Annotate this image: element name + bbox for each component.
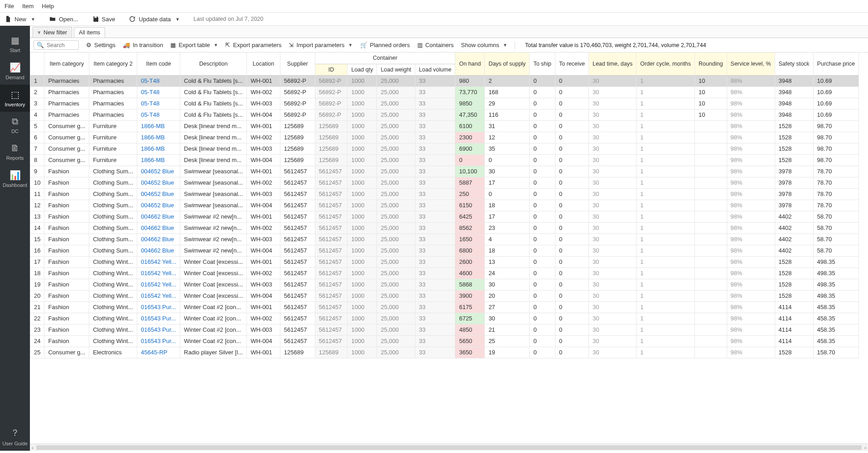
cell-service-level[interactable]: 98% xyxy=(727,75,775,86)
cell-days-supply[interactable]: 35 xyxy=(485,143,530,154)
menu-file[interactable]: File xyxy=(5,3,14,10)
cell-on-hand[interactable]: 0 xyxy=(455,154,485,166)
cell-service-level[interactable]: 98% xyxy=(727,290,775,301)
planned-orders-button[interactable]: 🛒 Planned orders xyxy=(360,42,410,48)
sidebar-item-reports[interactable]: 🗎 Reports xyxy=(0,138,30,165)
cell-item-category[interactable]: Consumer g... xyxy=(44,120,89,132)
cell-on-hand[interactable]: 2300 xyxy=(455,132,485,143)
cell-on-hand[interactable]: 6900 xyxy=(455,143,485,154)
show-columns-button[interactable]: Show columns ▼ xyxy=(461,42,507,48)
cell-item-category-2[interactable]: Clothing Wint... xyxy=(89,290,137,301)
cell-to-receive[interactable]: 0 xyxy=(555,200,588,211)
cell-days-supply[interactable]: 31 xyxy=(485,120,530,132)
cell-service-level[interactable]: 98% xyxy=(727,347,775,358)
cell-order-cycle[interactable]: 1 xyxy=(637,234,695,245)
cell-lead-time[interactable]: 30 xyxy=(588,132,636,143)
cell-item-code[interactable]: 05-T48 xyxy=(137,109,180,120)
cell-to-receive[interactable]: 0 xyxy=(555,166,588,177)
cell-safety-stock[interactable]: 3948 xyxy=(775,75,813,86)
cell-to-receive[interactable]: 0 xyxy=(555,120,588,132)
cell-load-qty[interactable]: 1000 xyxy=(347,188,377,200)
cell-to-ship[interactable]: 0 xyxy=(530,166,555,177)
cell-on-hand[interactable]: 3650 xyxy=(455,347,485,358)
cell-safety-stock[interactable]: 4402 xyxy=(775,245,813,256)
cell-load-volume[interactable]: 33 xyxy=(415,245,455,256)
cell-rounding[interactable]: 10 xyxy=(695,75,727,86)
cell-days-supply[interactable]: 25 xyxy=(485,335,530,347)
col-safety-stock[interactable]: Safety stock xyxy=(775,52,813,75)
cell-to-ship[interactable]: 0 xyxy=(530,234,555,245)
cell-to-receive[interactable]: 0 xyxy=(555,234,588,245)
cell-load-volume[interactable]: 33 xyxy=(415,98,455,109)
cell-item-category[interactable]: Fashion xyxy=(44,177,89,188)
cell-item-code[interactable]: 016543 Pur... xyxy=(137,324,180,335)
cell-load-volume[interactable]: 33 xyxy=(415,222,455,234)
table-row[interactable]: 16FashionClothing Sum...004662 BlueSwimw… xyxy=(30,245,859,256)
cell-rounding[interactable] xyxy=(695,166,727,177)
cell-item-category[interactable]: Fashion xyxy=(44,245,89,256)
cell-service-level[interactable]: 98% xyxy=(727,256,775,267)
table-row[interactable]: 25Consumer g...Electronics45645-RPRadio … xyxy=(30,347,859,358)
cell-container-id[interactable]: 5612457 xyxy=(315,324,347,335)
cell-load-volume[interactable]: 33 xyxy=(415,290,455,301)
cell-container-id[interactable]: 5612457 xyxy=(315,245,347,256)
cell-order-cycle[interactable]: 1 xyxy=(637,279,695,290)
cell-description[interactable]: Winter Coat #2 [con... xyxy=(180,324,247,335)
cell-to-receive[interactable]: 0 xyxy=(555,313,588,324)
row-number[interactable]: 13 xyxy=(30,211,44,222)
cell-to-ship[interactable]: 0 xyxy=(530,301,555,313)
cell-rounding[interactable]: 10 xyxy=(695,98,727,109)
cell-order-cycle[interactable]: 1 xyxy=(637,245,695,256)
cell-load-volume[interactable]: 33 xyxy=(415,143,455,154)
cell-rounding[interactable] xyxy=(695,143,727,154)
cell-description[interactable]: Winter Coat [excessi... xyxy=(180,267,247,279)
cell-lead-time[interactable]: 30 xyxy=(588,245,636,256)
cell-description[interactable]: Winter Coat [excessi... xyxy=(180,279,247,290)
cell-container-id[interactable]: 5612457 xyxy=(315,211,347,222)
cell-item-code[interactable]: 004652 Blue xyxy=(137,166,180,177)
cell-item-category-2[interactable]: Clothing Sum... xyxy=(89,200,137,211)
cell-service-level[interactable]: 98% xyxy=(727,324,775,335)
cell-load-qty[interactable]: 1000 xyxy=(347,200,377,211)
export-parameters-button[interactable]: ⇱ Export parameters xyxy=(225,42,281,48)
cell-to-ship[interactable]: 0 xyxy=(530,132,555,143)
cell-purchase-price[interactable]: 498.35 xyxy=(813,256,858,267)
cell-purchase-price[interactable]: 158.70 xyxy=(813,347,858,358)
sidebar-item-inventory[interactable]: ⬚ Inventory xyxy=(0,85,30,112)
row-number[interactable]: 21 xyxy=(30,301,44,313)
cell-lead-time[interactable]: 30 xyxy=(588,109,636,120)
cell-item-code[interactable]: 1866-MB xyxy=(137,143,180,154)
cell-load-volume[interactable]: 33 xyxy=(415,211,455,222)
cell-item-category[interactable]: Consumer g... xyxy=(44,347,89,358)
cell-purchase-price[interactable]: 58.70 xyxy=(813,211,858,222)
cell-purchase-price[interactable]: 98.70 xyxy=(813,143,858,154)
cell-item-category-2[interactable]: Clothing Wint... xyxy=(89,313,137,324)
table-row[interactable]: 13FashionClothing Sum...004662 BlueSwimw… xyxy=(30,211,859,222)
cell-supplier[interactable]: 5612457 xyxy=(280,256,315,267)
cell-safety-stock[interactable]: 1528 xyxy=(775,279,813,290)
cell-load-weight[interactable]: 25,000 xyxy=(377,154,415,166)
cell-supplier[interactable]: 5612457 xyxy=(280,166,315,177)
cell-service-level[interactable]: 98% xyxy=(727,166,775,177)
cell-lead-time[interactable]: 30 xyxy=(588,177,636,188)
cell-to-ship[interactable]: 0 xyxy=(530,143,555,154)
table-row[interactable]: 7Consumer g...Furniture1866-MBDesk [line… xyxy=(30,143,859,154)
cell-container-id[interactable]: 56892-P xyxy=(315,86,347,98)
cell-description[interactable]: Winter Coat #2 [con... xyxy=(180,313,247,324)
cell-to-ship[interactable]: 0 xyxy=(530,313,555,324)
cell-load-weight[interactable]: 25,000 xyxy=(377,166,415,177)
cell-rounding[interactable] xyxy=(695,211,727,222)
cell-description[interactable]: Swimwear [seasonal... xyxy=(180,177,247,188)
cell-to-ship[interactable]: 0 xyxy=(530,290,555,301)
row-number[interactable]: 1 xyxy=(30,75,44,86)
cell-container-id[interactable]: 5612457 xyxy=(315,256,347,267)
cell-supplier[interactable]: 5612457 xyxy=(280,177,315,188)
cell-container-id[interactable]: 5612457 xyxy=(315,177,347,188)
cell-days-supply[interactable]: 30 xyxy=(485,166,530,177)
cell-load-weight[interactable]: 25,000 xyxy=(377,324,415,335)
cell-load-volume[interactable]: 33 xyxy=(415,75,455,86)
cell-location[interactable]: WH-003 xyxy=(247,279,280,290)
cell-rounding[interactable] xyxy=(695,132,727,143)
cell-load-volume[interactable]: 33 xyxy=(415,86,455,98)
table-row[interactable]: 11FashionClothing Sum...004652 BlueSwimw… xyxy=(30,188,859,200)
